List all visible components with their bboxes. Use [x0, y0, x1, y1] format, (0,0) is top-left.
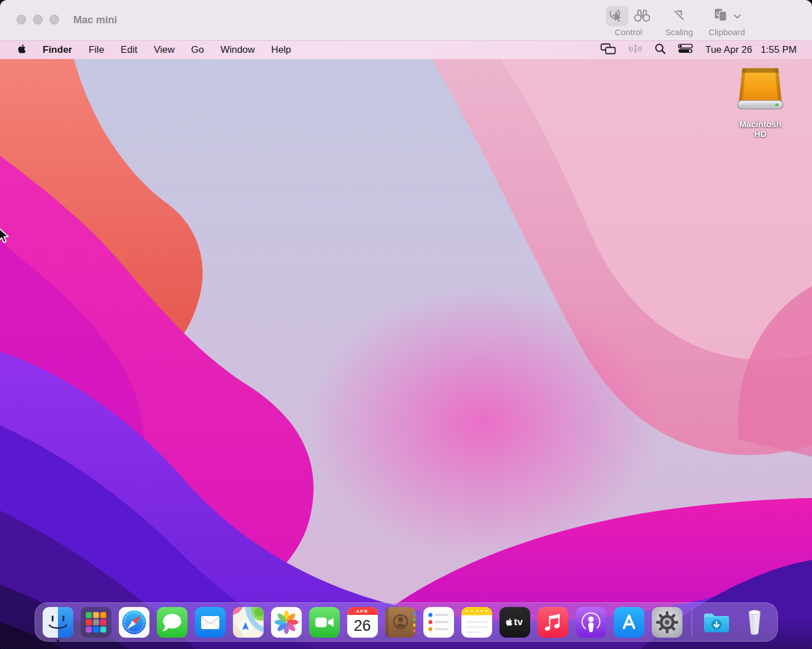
clipboard-button[interactable]	[713, 8, 729, 24]
messages-icon	[157, 607, 188, 638]
podcasts-icon	[576, 607, 606, 638]
trash-icon	[739, 607, 770, 638]
photos-icon	[271, 607, 302, 638]
spotlight-search-icon	[655, 43, 666, 55]
external-drive-icon	[734, 67, 786, 116]
safari-icon	[119, 607, 149, 638]
menu-help[interactable]: Help	[271, 44, 291, 56]
binoculars-icon	[633, 7, 651, 23]
screen-sharing-active-icon	[628, 43, 643, 55]
mail-icon	[195, 607, 226, 638]
wallpaper-monterey	[0, 59, 812, 649]
dock-item-reminders[interactable]	[423, 607, 454, 638]
close-button[interactable]	[16, 15, 26, 24]
menu-finder[interactable]: Finder	[43, 44, 72, 56]
dock-item-mail[interactable]	[195, 607, 226, 638]
menu-go[interactable]: Go	[191, 44, 204, 56]
scaling-button[interactable]	[672, 8, 686, 24]
screen-sharing-window: Mac mini	[0, 0, 812, 649]
dock-separator	[692, 608, 692, 637]
app-store-icon	[614, 607, 644, 638]
menu-view[interactable]: View	[154, 44, 175, 56]
screen-mirroring-status[interactable]	[601, 43, 616, 57]
toolbar-control-group: Control	[601, 5, 656, 37]
clock-time: 1:55 PM	[761, 44, 797, 56]
running-indicator	[56, 639, 59, 642]
notes-icon	[461, 607, 492, 638]
dock-item-finder[interactable]	[43, 607, 73, 638]
apple-logo-icon	[18, 44, 26, 54]
dock-item-maps[interactable]	[233, 607, 264, 638]
volume-label: Macintosh HD	[732, 119, 788, 139]
screen-sharing-status[interactable]	[628, 43, 643, 57]
dock-item-launchpad[interactable]	[81, 607, 111, 638]
system-preferences-icon	[652, 607, 682, 638]
toolbar-clipboard-group: Clipboard	[702, 5, 751, 37]
downloads-folder-icon	[701, 607, 732, 638]
observe-mode-button[interactable]	[633, 7, 651, 24]
dock: APR 26	[35, 602, 778, 642]
dock-item-podcasts[interactable]	[576, 607, 606, 638]
toolbar-scaling-group: Scaling	[661, 5, 697, 37]
clipboard-sync-icon	[713, 8, 729, 23]
clock-date: Tue Apr 26	[705, 44, 752, 56]
menu-file[interactable]: File	[89, 44, 104, 56]
clipboard-label: Clipboard	[702, 27, 751, 37]
control-label: Control	[601, 27, 656, 37]
calendar-day: 26	[347, 615, 378, 638]
traffic-lights	[16, 15, 59, 24]
apple-logo-small-icon	[506, 618, 513, 626]
dock-item-tv[interactable]: tv	[499, 607, 530, 638]
dock-item-downloads[interactable]	[701, 607, 732, 638]
control-center-button[interactable]	[678, 44, 693, 56]
cursor-control-icon	[609, 7, 626, 24]
minimize-button[interactable]	[33, 15, 43, 24]
window-title: Mac mini	[73, 0, 117, 41]
dock-item-notes[interactable]	[461, 607, 492, 638]
facetime-icon	[309, 607, 340, 638]
dock-item-safari[interactable]	[119, 607, 149, 638]
scaling-label: Scaling	[661, 27, 697, 37]
control-mode-button[interactable]	[606, 6, 628, 26]
reminders-icon	[423, 607, 454, 638]
maps-icon	[233, 607, 264, 638]
desktop[interactable]: Macintosh HD	[0, 59, 812, 649]
dock-item-trash[interactable]	[739, 607, 770, 638]
contacts-icon	[385, 607, 416, 638]
clipboard-menu-chevron[interactable]	[734, 11, 741, 21]
music-icon	[538, 607, 568, 638]
dock-item-app-store[interactable]	[614, 607, 644, 638]
dock-item-system-preferences[interactable]	[652, 607, 682, 638]
scaling-arrows-icon	[672, 8, 686, 23]
window-titlebar: Mac mini	[0, 0, 812, 41]
zoom-button[interactable]	[49, 15, 59, 24]
apple-menu[interactable]	[18, 44, 26, 57]
menu-bar: Finder File Edit View Go Window Help	[0, 41, 812, 59]
control-center-icon	[678, 44, 693, 53]
dock-item-calendar[interactable]: APR 26	[347, 607, 378, 638]
menu-window[interactable]: Window	[220, 44, 255, 56]
screen-mirroring-icon	[601, 43, 616, 55]
dock-item-music[interactable]	[538, 607, 568, 638]
calendar-month: APR	[347, 607, 378, 615]
desktop-volume-macintosh-hd[interactable]: Macintosh HD	[732, 67, 788, 139]
dock-item-messages[interactable]	[157, 607, 188, 638]
menu-edit[interactable]: Edit	[120, 44, 137, 56]
launchpad-icon	[81, 607, 111, 638]
menu-bar-clock[interactable]: Tue Apr 26 1:55 PM	[705, 44, 797, 56]
spotlight-button[interactable]	[655, 43, 666, 57]
finder-icon	[43, 607, 73, 638]
dock-item-photos[interactable]	[271, 607, 302, 638]
tv-label: tv	[514, 617, 523, 628]
dock-item-contacts[interactable]	[385, 607, 416, 638]
chevron-down-icon	[734, 14, 741, 19]
dock-item-facetime[interactable]	[309, 607, 340, 638]
